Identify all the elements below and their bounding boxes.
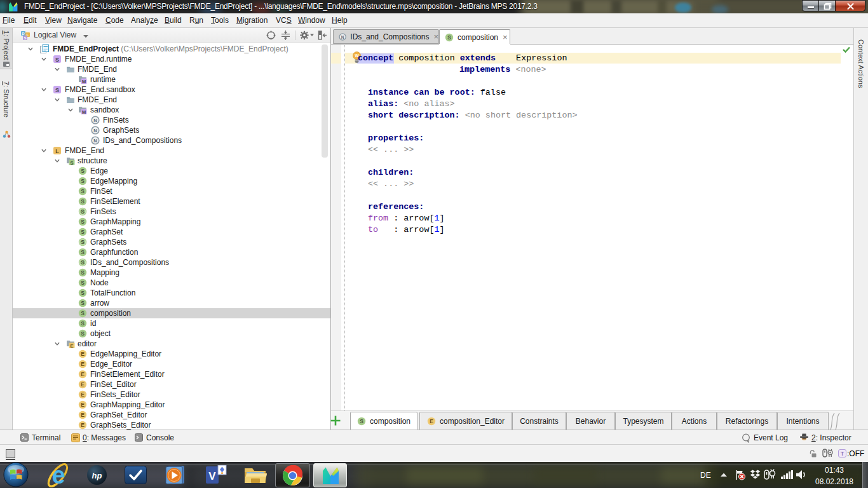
svg-text:S: S bbox=[55, 87, 59, 93]
svg-text:S: S bbox=[24, 36, 26, 40]
svg-text:S: S bbox=[81, 320, 85, 327]
svg-text:E: E bbox=[430, 418, 433, 424]
svg-text:S: S bbox=[81, 168, 85, 174]
svg-text:N: N bbox=[341, 34, 344, 39]
svg-text:S: S bbox=[81, 300, 85, 306]
svg-text:S: S bbox=[447, 34, 451, 41]
svg-text:S: S bbox=[81, 208, 85, 215]
svg-text:E: E bbox=[81, 381, 85, 388]
svg-text:S: S bbox=[81, 290, 85, 296]
svg-text:V: V bbox=[208, 470, 216, 482]
svg-text:E: E bbox=[81, 371, 85, 377]
svg-text:E: E bbox=[81, 351, 85, 357]
svg-text:S: S bbox=[55, 57, 59, 63]
svg-text:S: S bbox=[81, 249, 85, 255]
svg-text:S: S bbox=[81, 269, 85, 276]
svg-text:N: N bbox=[93, 118, 97, 123]
svg-text:E: E bbox=[81, 361, 85, 367]
svg-text:hp: hp bbox=[92, 471, 102, 480]
svg-text:S: S bbox=[360, 418, 363, 424]
svg-text:N: N bbox=[93, 128, 97, 133]
svg-text:S: S bbox=[81, 239, 85, 245]
svg-text:E: E bbox=[70, 343, 73, 349]
svg-text:S: S bbox=[81, 330, 85, 337]
svg-text:D: D bbox=[22, 32, 25, 36]
svg-text:S: S bbox=[81, 259, 85, 266]
svg-text:S: S bbox=[81, 280, 85, 286]
svg-text:E: E bbox=[81, 412, 85, 418]
svg-text:E: E bbox=[81, 422, 85, 428]
svg-text:M: M bbox=[82, 109, 86, 115]
svg-text:E: E bbox=[81, 402, 85, 408]
svg-text:S: S bbox=[81, 178, 85, 184]
svg-text:S: S bbox=[81, 198, 85, 205]
svg-text:M: M bbox=[82, 79, 86, 85]
svg-text:N: N bbox=[93, 138, 97, 144]
svg-text:S: S bbox=[70, 160, 73, 166]
svg-text:e: e bbox=[51, 463, 65, 488]
svg-text:E: E bbox=[81, 391, 85, 398]
svg-text:S: S bbox=[81, 229, 85, 235]
svg-text:S: S bbox=[81, 310, 85, 316]
svg-text:S: S bbox=[81, 219, 85, 225]
svg-text:L: L bbox=[55, 148, 59, 154]
svg-text:S: S bbox=[81, 188, 85, 194]
